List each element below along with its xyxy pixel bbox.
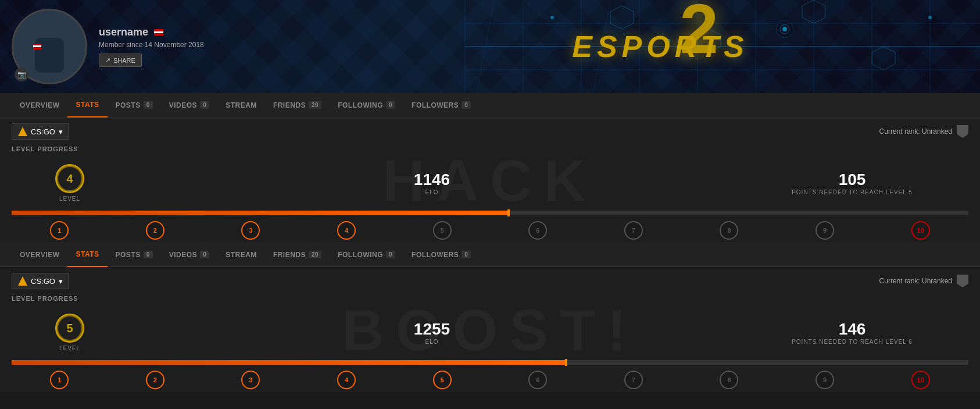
level-marker-1-9: 9 <box>777 221 873 240</box>
marker-circle-2-2: 2 <box>146 371 164 389</box>
member-since: Member since 14 November 2018 <box>99 41 204 49</box>
level-circle-2: 5 <box>55 314 84 343</box>
tab-posts-1[interactable]: POSTS 0 <box>108 93 161 118</box>
marker-circle-1-7: 7 <box>624 221 643 240</box>
progress-bar-track-2 <box>12 360 968 365</box>
profile-header: 2 ESPORTS 📷 username <box>0 0 980 93</box>
tab-followers-2[interactable]: FOLLOWERS 0 <box>403 243 479 267</box>
tab-posts-badge-1: 0 <box>144 101 153 109</box>
marker-circle-1-4: 4 <box>337 221 356 240</box>
camera-icon[interactable]: 📷 <box>15 67 28 81</box>
tab-followers-1[interactable]: FOLLOWERS 0 <box>403 93 479 118</box>
tab-videos-badge-2: 0 <box>200 251 209 258</box>
progress-bar-container-2 <box>0 360 980 368</box>
marker-circle-2-5: 5 <box>433 371 452 389</box>
tab-friends-label-1: FRIENDS <box>273 101 306 109</box>
level-markers-2: 1 2 3 4 5 6 7 8 9 10 <box>0 368 980 392</box>
level-marker-2-3: 3 <box>203 371 299 389</box>
flag-badge <box>154 29 163 35</box>
tab-following-2[interactable]: FOLLOWING 0 <box>330 243 403 267</box>
level-label-1: LEVEL <box>59 195 80 202</box>
tab-stats-2[interactable]: STATS <box>67 243 107 267</box>
nav-tabs-2: OVERVIEW STATS POSTS 0 VIDEOS 0 STREAM F… <box>0 243 980 267</box>
marker-circle-2-3: 3 <box>241 371 260 389</box>
marker-circle-1-8: 8 <box>720 221 738 240</box>
current-rank-1: Current rank: Unranked <box>879 125 968 138</box>
elo-label-1: ELO <box>425 189 438 195</box>
current-rank-2: Current rank: Unranked <box>879 275 968 287</box>
points-label-1: POINTS NEEDED TO REACH LEVEL 5 <box>792 189 913 195</box>
username: username <box>99 26 148 38</box>
tab-friends-2[interactable]: FRIENDS 20 <box>265 243 330 267</box>
stat-elo-1: 1146 ELO <box>128 170 736 195</box>
stat-elo-2: 1255 ELO <box>128 320 736 345</box>
level-marker-1-6: 6 <box>490 221 586 240</box>
elo-label-2: ELO <box>425 339 438 345</box>
cs-icon-1 <box>18 127 27 136</box>
level-progress-title-2: LEVEL PROGRESS <box>0 295 980 308</box>
tab-stream-1[interactable]: STREAM <box>217 93 265 118</box>
profile-info: 📷 username Member since 14 November 2018… <box>12 9 204 84</box>
progress-bar-container-1 <box>0 211 980 218</box>
level-label-2: LEVEL <box>59 345 80 351</box>
tab-videos-1[interactable]: VIDEOS 0 <box>161 93 217 118</box>
dropdown-arrow-2: ▾ <box>59 277 63 286</box>
marker-circle-2-10: 10 <box>911 371 930 389</box>
points-label-2: POINTS NEEDED TO REACH LEVEL 6 <box>792 339 913 345</box>
level-marker-1-4: 4 <box>299 221 395 240</box>
level-marker-2-8: 8 <box>681 371 777 389</box>
tab-stream-2[interactable]: STREAM <box>217 243 265 267</box>
tab-videos-2[interactable]: VIDEOS 0 <box>161 243 217 267</box>
level-marker-1-10: 10 <box>872 221 968 240</box>
game-label-1: CS:GO <box>31 127 55 136</box>
level-marker-1-5: 5 <box>394 221 490 240</box>
tab-posts-2[interactable]: POSTS 0 <box>108 243 161 267</box>
marker-circle-1-10: 10 <box>911 221 930 240</box>
tab-overview-2[interactable]: OVERVIEW <box>12 243 67 267</box>
rank-shield-1 <box>957 125 968 138</box>
current-rank-text-2: Current rank: Unranked <box>879 277 952 285</box>
level-circle-1: 4 <box>55 164 84 193</box>
marker-circle-2-1: 1 <box>50 371 69 389</box>
svg-rect-28 <box>33 45 41 47</box>
tab-stats-1[interactable]: STATS <box>67 93 107 118</box>
level-marker-1-7: 7 <box>586 221 682 240</box>
avatar-silhouette <box>20 12 78 81</box>
tab-overview-1[interactable]: OVERVIEW <box>12 93 67 118</box>
rank-shield-2 <box>957 275 968 287</box>
points-value-2: 146 <box>839 320 866 339</box>
level-marker-2-1: 1 <box>12 371 108 389</box>
tab-following-1[interactable]: FOLLOWING 0 <box>330 93 403 118</box>
elo-value-1: 1146 <box>414 170 450 189</box>
marker-circle-2-8: 8 <box>720 371 738 389</box>
tab-posts-label-2: POSTS <box>116 251 141 259</box>
share-label: SHARE <box>113 57 135 64</box>
game-select-1[interactable]: CS:GO ▾ <box>12 123 69 140</box>
level-marker-2-4: 4 <box>299 371 395 389</box>
elo-value-2: 1255 <box>414 320 450 339</box>
marker-circle-2-6: 6 <box>528 371 547 389</box>
game-select-2[interactable]: CS:GO ▾ <box>12 273 69 289</box>
esports-logo: 2 ESPORTS <box>457 0 980 93</box>
level-marker-2-2: 2 <box>108 371 203 389</box>
tab-friends-1[interactable]: FRIENDS 20 <box>265 93 330 118</box>
cs-icon-2 <box>18 276 27 286</box>
progress-bar-fill-1 <box>12 211 509 215</box>
tab-followers-label-2: FOLLOWERS <box>412 251 459 259</box>
stats-row-2: 5 LEVEL 1255 ELO 146 POINTS NEEDED TO RE… <box>0 308 980 360</box>
tab-friends-label-2: FRIENDS <box>273 251 306 259</box>
tab-following-badge-2: 0 <box>386 251 395 258</box>
tab-followers-badge-1: 0 <box>462 101 471 109</box>
dropdown-arrow-1: ▾ <box>59 127 63 136</box>
stat-level-2: 5 LEVEL <box>12 314 128 351</box>
level-marker-1-1: 1 <box>12 221 108 240</box>
marker-circle-2-4: 4 <box>337 371 356 389</box>
game-selector-bar-2: CS:GO ▾ Current rank: Unranked <box>0 267 980 295</box>
marker-circle-2-7: 7 <box>624 371 643 389</box>
share-button[interactable]: ↗ SHARE <box>99 54 142 67</box>
stats-row-1: 4 LEVEL 1146 ELO 105 POINTS NEEDED TO RE… <box>0 158 980 211</box>
content-section-1: HACK CS:GO ▾ Current rank: Unranked LEVE… <box>0 118 980 243</box>
marker-circle-1-1: 1 <box>50 221 69 240</box>
marker-circle-1-5: 5 <box>433 221 452 240</box>
stat-level-1: 4 LEVEL <box>12 164 128 202</box>
